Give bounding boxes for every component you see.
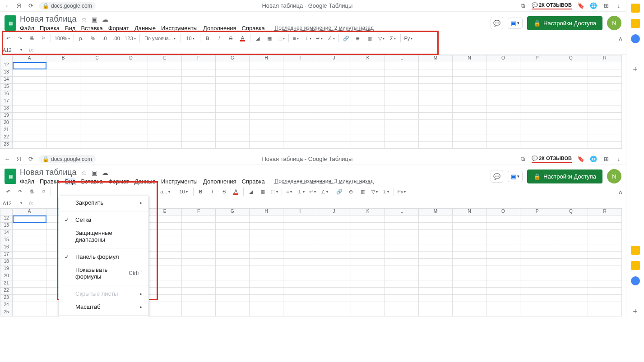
- cell[interactable]: [385, 223, 419, 230]
- cell[interactable]: [216, 237, 250, 244]
- cell[interactable]: [453, 288, 486, 295]
- menu-item-gridlines[interactable]: Сетка: [59, 213, 148, 226]
- col-header[interactable]: G: [216, 208, 250, 215]
- cell[interactable]: [317, 113, 351, 120]
- cell[interactable]: [250, 142, 283, 149]
- cell[interactable]: [148, 91, 182, 98]
- cell[interactable]: [453, 259, 486, 266]
- cell[interactable]: [283, 259, 317, 266]
- cell[interactable]: [216, 127, 250, 134]
- cell[interactable]: [250, 134, 283, 142]
- col-header[interactable]: Q: [554, 55, 588, 62]
- col-header[interactable]: A: [13, 208, 46, 215]
- cell[interactable]: [216, 309, 250, 316]
- cell[interactable]: [520, 266, 554, 273]
- cell[interactable]: [385, 113, 419, 120]
- cell[interactable]: [46, 62, 80, 69]
- menu-item-show-formulas[interactable]: Показывать формулыCtrl+`: [59, 263, 148, 283]
- cell[interactable]: [46, 113, 80, 120]
- cell[interactable]: [486, 244, 520, 252]
- cell[interactable]: [588, 84, 622, 91]
- cell[interactable]: [13, 69, 46, 77]
- row-header[interactable]: 14: [0, 77, 13, 84]
- cell[interactable]: [520, 244, 554, 252]
- cell[interactable]: [317, 142, 351, 149]
- cell[interactable]: [351, 113, 385, 120]
- cell[interactable]: [588, 302, 622, 309]
- cell[interactable]: [351, 237, 385, 244]
- cell[interactable]: [453, 113, 486, 120]
- cell[interactable]: [216, 142, 250, 149]
- cell[interactable]: [80, 77, 114, 84]
- col-header[interactable]: C: [80, 55, 114, 62]
- cell[interactable]: [554, 77, 588, 84]
- col-header[interactable]: J: [317, 208, 351, 215]
- cell[interactable]: [283, 142, 317, 149]
- cell[interactable]: [182, 237, 216, 244]
- cell[interactable]: [148, 309, 182, 316]
- cell[interactable]: [520, 223, 554, 230]
- cell[interactable]: [182, 105, 216, 113]
- cell[interactable]: [250, 127, 283, 134]
- cell[interactable]: [216, 223, 250, 230]
- cell[interactable]: [520, 62, 554, 69]
- cell[interactable]: [13, 98, 46, 105]
- cell[interactable]: [351, 223, 385, 230]
- cell[interactable]: [554, 91, 588, 98]
- merge-icon[interactable]: ⬚: [270, 187, 279, 197]
- cell[interactable]: [520, 98, 554, 105]
- cell[interactable]: [554, 266, 588, 273]
- cell[interactable]: [453, 309, 486, 316]
- cell[interactable]: [250, 223, 283, 230]
- keep-icon[interactable]: [631, 261, 640, 270]
- cell[interactable]: [114, 62, 148, 69]
- strike-button[interactable]: S: [220, 187, 229, 197]
- select-all-corner[interactable]: [0, 208, 13, 215]
- globe-icon[interactable]: 🌐: [590, 156, 597, 163]
- row-header[interactable]: 16: [0, 244, 13, 252]
- cell[interactable]: [13, 120, 46, 127]
- cell[interactable]: [453, 62, 486, 69]
- cell[interactable]: [216, 273, 250, 280]
- cell[interactable]: [13, 134, 46, 142]
- cell[interactable]: [385, 69, 419, 77]
- sheets-logo-icon[interactable]: ▦: [5, 169, 16, 184]
- cell[interactable]: [283, 295, 317, 302]
- cell[interactable]: [250, 230, 283, 237]
- cell[interactable]: [114, 84, 148, 91]
- cell[interactable]: [182, 98, 216, 105]
- cell[interactable]: [13, 288, 46, 295]
- cell[interactable]: [317, 252, 351, 259]
- cell[interactable]: [283, 113, 317, 120]
- star-icon[interactable]: ☆: [81, 16, 87, 23]
- menu-item-zoom[interactable]: Масштаб: [59, 300, 148, 313]
- move-icon[interactable]: ▣: [92, 169, 97, 176]
- cell[interactable]: [114, 77, 148, 84]
- cell[interactable]: [216, 266, 250, 273]
- cell[interactable]: [419, 273, 453, 280]
- cell[interactable]: [13, 266, 46, 273]
- reload-icon[interactable]: ⟳: [27, 2, 34, 9]
- menu-file[interactable]: Файл: [20, 178, 34, 185]
- cell[interactable]: [351, 77, 385, 84]
- cell[interactable]: [250, 237, 283, 244]
- cell[interactable]: [453, 252, 486, 259]
- cell[interactable]: [554, 237, 588, 244]
- cell[interactable]: [317, 134, 351, 142]
- cell[interactable]: [486, 302, 520, 309]
- cell[interactable]: [486, 295, 520, 302]
- cell[interactable]: [283, 280, 317, 288]
- cell[interactable]: [453, 142, 486, 149]
- cell[interactable]: [182, 69, 216, 77]
- cell[interactable]: [216, 230, 250, 237]
- cell[interactable]: [486, 259, 520, 266]
- cell[interactable]: [13, 295, 46, 302]
- cloud-icon[interactable]: ☁: [102, 169, 108, 176]
- cell[interactable]: [13, 237, 46, 244]
- cell[interactable]: [80, 98, 114, 105]
- col-header[interactable]: B: [46, 55, 80, 62]
- row-header[interactable]: 20: [0, 273, 13, 280]
- cell[interactable]: [385, 230, 419, 237]
- functions-icon[interactable]: Σ: [382, 187, 391, 197]
- cell[interactable]: [216, 120, 250, 127]
